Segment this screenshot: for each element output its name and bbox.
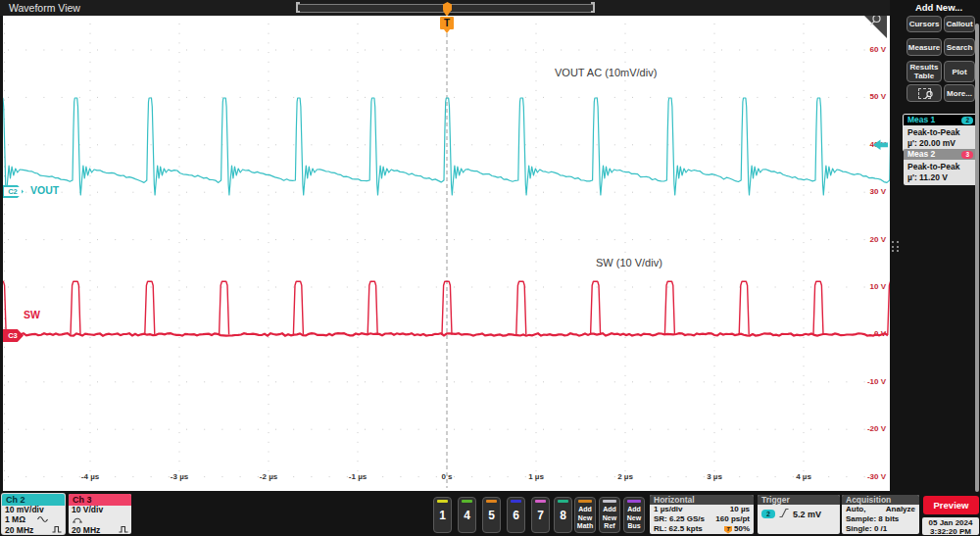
measure-button[interactable]: Measure (906, 38, 942, 56)
sw-trace-label: SW (24, 309, 40, 320)
ac-sine-icon (37, 515, 48, 526)
meas1-type: Peak-to-Peak (907, 127, 973, 138)
oscilloscope-app: Waveform View 60 V 50 V 40 V 30 V 20 V 1… (0, 0, 980, 536)
overview-right-bracket-icon[interactable] (591, 2, 595, 13)
resolution: 160 ps/pt (715, 514, 750, 524)
waveform-canvas[interactable] (3, 16, 890, 491)
meas2-value: µ': 11.20 V (907, 172, 973, 183)
draw-zoom-box-button[interactable] (906, 84, 942, 102)
time-text: 3:32:20 PM (922, 527, 979, 536)
overview-left-bracket-icon[interactable] (296, 2, 300, 13)
horizontal-title: Horizontal (650, 495, 754, 505)
preview-button[interactable]: Preview (923, 496, 979, 514)
acquisition-single: Single: 0 /1 (846, 524, 887, 534)
bandwidth-icon (52, 525, 62, 534)
callout-button[interactable]: Callout (944, 16, 975, 32)
measurement-badge-meas1[interactable]: Meas 1 2 Peak-to-Peak µ': 20.00 mV (904, 115, 977, 151)
trigger-level-arrow-icon (873, 140, 888, 150)
horizontal-position: 50% (734, 524, 750, 533)
trigger-level: 5.2 mV (793, 510, 821, 519)
zoom-overlay-icon (918, 88, 931, 99)
plot-button[interactable]: Plot (944, 61, 975, 82)
ch3-scale: 10 V/div (72, 506, 103, 515)
panel-divider-grip[interactable] (892, 241, 899, 252)
sidebar-scrollbar[interactable] (975, 24, 979, 492)
trigger-flag[interactable]: T (440, 17, 454, 29)
meas1-source-badge: 2 (961, 117, 973, 124)
acquisition-title: Acquisition (842, 495, 919, 505)
channel-1-button[interactable]: 1 (433, 497, 452, 533)
horizontal-badge[interactable]: Horizontal 1 µs/div 10 µs SR: 6.25 GS/s … (650, 495, 754, 534)
bottom-bar: Ch 2 10 mV/div 1 MΩ 20 MHz Ch 3 10 V/div (0, 492, 980, 536)
probe-icon (72, 515, 83, 526)
meas2-type: Peak-to-Peak (907, 162, 973, 172)
channel-7-button[interactable]: 7 (531, 497, 550, 533)
acquisition-sample: Sample: 8 bits (846, 514, 899, 524)
sample-rate: SR: 6.25 GS/s (654, 514, 705, 524)
meas2-source-badge: 3 (961, 151, 973, 159)
channel-6-button[interactable]: 6 (507, 497, 525, 533)
record-length: RL: 62.5 kpts (654, 524, 703, 534)
add-new-bus-button[interactable]: Add New Bus (623, 497, 645, 533)
datetime-display: 05 Jan 2024 3:32:20 PM (922, 517, 979, 535)
trigger-source-badge: 2 (761, 510, 775, 518)
channel-5-button[interactable]: 5 (482, 497, 501, 533)
acquisition-badge[interactable]: Acquisition Auto, Analyze Sample: 8 bits… (842, 495, 919, 534)
measurement-badge-meas2[interactable]: Meas 2 3 Peak-to-Peak µ': 11.20 V (904, 149, 977, 185)
waveform-plot[interactable]: 60 V 50 V 40 V 30 V 20 V 10 V 0 V -10 V … (3, 16, 890, 491)
window-title: Waveform View (9, 2, 80, 14)
date-text: 05 Jan 2024 (922, 518, 979, 527)
add-new-math-button[interactable]: Add New Math (574, 497, 596, 533)
vout-trace-label: VOUT (30, 184, 59, 196)
sidebar: Add New... Cursors Callout Measure Searc… (901, 0, 980, 493)
horizontal-scale: 1 µs/div (654, 505, 683, 514)
results-table-button[interactable]: Results Table (906, 61, 942, 82)
add-new-ref-button[interactable]: Add New Ref (599, 497, 620, 533)
meas1-name: Meas 1 (907, 115, 935, 125)
horizontal-window: 10 µs (730, 505, 750, 514)
ch2-impedance: 1 MΩ (5, 515, 25, 525)
add-new-header: Add New... (901, 2, 977, 13)
channel-4-button[interactable]: 4 (458, 497, 476, 533)
bandwidth-icon (119, 525, 128, 534)
search-button[interactable]: Search (944, 38, 975, 56)
channel-8-button[interactable]: 8 (554, 497, 572, 533)
channel-badge-ch2[interactable]: Ch 2 10 mV/div 1 MΩ 20 MHz (2, 494, 65, 534)
trigger-title: Trigger (758, 495, 840, 505)
ch3-bandwidth: 20 MHz (72, 526, 100, 535)
acquisition-analyze: Analyze (886, 505, 915, 514)
acquisition-mode: Auto, (846, 505, 865, 514)
cursors-button[interactable]: Cursors (906, 16, 942, 32)
trigger-position-icon: T (724, 526, 732, 534)
ch2-bandwidth: 20 MHz (5, 526, 33, 535)
trigger-badge[interactable]: Trigger 2 5.2 mV (758, 495, 840, 534)
meas2-name: Meas 2 (907, 149, 935, 160)
more-button[interactable]: More... (944, 84, 975, 102)
rising-edge-icon (779, 508, 789, 520)
meas1-value: µ': 20.00 mV (907, 138, 973, 149)
channel-badge-ch3[interactable]: Ch 3 10 V/div 20 MHz (69, 494, 131, 534)
